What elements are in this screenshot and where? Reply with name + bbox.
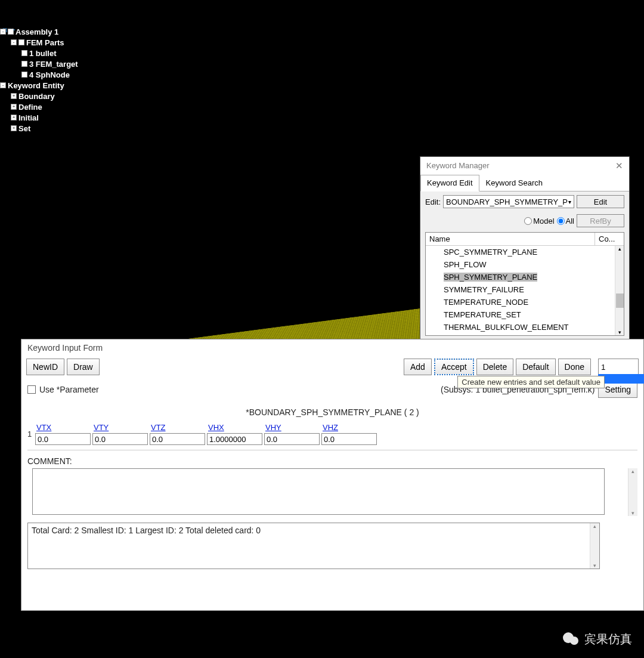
scroll-up-icon[interactable]: ▴ [590,523,599,529]
accept-button[interactable]: Accept [434,359,474,375]
edit-button[interactable]: Edit [577,195,624,208]
list-item[interactable]: TEMPERATURE_SET [426,308,624,321]
tree-node-boundary[interactable]: Boundary [18,92,55,101]
tree-expand-icon[interactable]: + [11,125,17,131]
tree-node-femtarget[interactable]: 3 FEM_target [29,60,78,69]
draw-button[interactable]: Draw [67,359,100,375]
use-parameter-checkbox[interactable] [27,385,36,394]
param-vty-input[interactable] [92,433,148,445]
close-icon[interactable]: ✕ [615,157,623,175]
tree-node-set[interactable]: Set [18,124,30,133]
tree-node-keywordentity[interactable]: Keyword Entity [8,81,64,90]
tree-checkbox[interactable] [21,72,27,78]
tree-node-assembly[interactable]: Assembly 1 [16,27,58,36]
refby-button[interactable]: RefBy [577,214,624,227]
tree-expand-icon[interactable]: + [11,104,17,110]
param-vhz-label[interactable]: VHZ [321,423,378,432]
col-name[interactable]: Name [426,233,595,245]
keyword-header: *BOUNDARY_SPH_SYMMETRY_PLANE ( 2 ) [21,401,643,421]
param-vtx-input[interactable] [35,433,91,445]
param-vhy-label[interactable]: VHY [264,423,321,432]
use-parameter-label: Use *Parameter [39,385,99,394]
divider [27,450,637,450]
stats-text: Total Card: 2 Smallest ID: 1 Largest ID:… [32,526,261,535]
param-vhx-input[interactable] [207,433,262,445]
newid-button[interactable]: NewID [26,359,64,375]
radio-model[interactable]: Model [524,217,554,225]
scroll-down-icon[interactable]: ▾ [590,563,599,569]
watermark-text: 宾果仿真 [584,631,632,647]
list-item-selected[interactable]: SPH_SYMMETRY_PLANE [426,271,624,283]
keyword-input-form: Keyword Input Form NewID Draw Add Accept… [21,339,644,611]
tree-collapse-icon[interactable]: - [11,39,17,45]
scroll-up-icon[interactable]: ▴ [615,246,624,252]
keyword-manager-dialog: Keyword Manager ✕ Keyword Edit Keyword S… [420,156,630,341]
tree-checkbox[interactable] [21,50,27,56]
tree-node-define[interactable]: Define [18,103,42,112]
stats-box: Total Card: 2 Smallest ID: 1 Largest ID:… [27,523,600,569]
tree-collapse-icon[interactable]: - [0,82,6,88]
tree-node-sphnode[interactable]: 4 SphNode [29,70,70,79]
comment-textarea[interactable] [32,468,605,515]
done-button[interactable]: Done [558,359,591,375]
chevron-down-icon: ▾ [568,199,571,205]
comment-label: COMMENT: [21,452,643,467]
delete-button[interactable]: Delete [476,359,513,375]
default-button[interactable]: Default [516,359,555,375]
tree-expand-icon[interactable]: + [11,93,17,99]
scrollbar[interactable]: ▴▾ [615,246,624,335]
scroll-down-icon[interactable]: ▾ [628,510,637,516]
scrollbar-thumb[interactable] [616,294,624,308]
tree-expand-icon[interactable]: + [11,115,17,121]
scrollbar[interactable]: ▴▾ [590,523,599,569]
tree-checkbox[interactable] [18,39,24,45]
param-vtx-label[interactable]: VTX [35,423,92,432]
col-count[interactable]: Co... [595,233,624,245]
edit-label: Edit: [425,197,441,206]
tab-keyword-search[interactable]: Keyword Search [479,175,549,191]
param-vhz-input[interactable] [321,433,377,445]
edit-dropdown[interactable]: BOUNDARY_SPH_SYMMETRY_P▾ [443,195,574,208]
form-title: Keyword Input Form [21,339,643,356]
scrollbar[interactable]: ▴▾ [628,468,637,516]
list-item[interactable]: SPC_SYMMETRY_PLANE [426,246,624,258]
scroll-up-icon[interactable]: ▴ [628,468,637,474]
tree-node-bullet[interactable]: 1 bullet [29,49,57,58]
tab-keyword-edit[interactable]: Keyword Edit [420,175,479,191]
keyword-list: Name Co... SPC_SYMMETRY_PLANE SPH_FLOW S… [425,232,624,336]
param-vty-label[interactable]: VTY [92,423,149,432]
id-selection[interactable] [598,374,644,384]
tree-node-femparts[interactable]: FEM Parts [26,38,64,47]
wechat-icon [563,631,580,647]
watermark: 宾果仿真 [563,631,632,647]
scroll-down-icon[interactable]: ▾ [615,329,624,335]
tooltip: Create new entries and set default value [457,376,605,388]
tree-node-initial[interactable]: Initial [18,113,39,122]
param-vhx-label[interactable]: VHX [207,423,264,432]
list-item[interactable]: TEMPERATURE_NODE [426,296,624,308]
id-field[interactable] [598,359,639,375]
param-vhy-input[interactable] [264,433,320,445]
add-button[interactable]: Add [404,359,432,375]
param-vtz-input[interactable] [150,433,205,445]
tree-checkbox[interactable] [8,29,14,35]
radio-all[interactable]: All [557,217,574,225]
list-item[interactable]: SPH_FLOW [426,258,624,271]
tree-collapse-icon[interactable]: - [0,29,6,35]
row-number: 1 [27,430,35,438]
tree-checkbox[interactable] [21,61,27,67]
list-item[interactable]: SYMMETRY_FAILURE [426,283,624,296]
model-tree: -Assembly 1 -FEM Parts 1 bullet 3 FEM_ta… [0,26,78,134]
dialog-title: Keyword Manager [426,157,490,175]
list-item[interactable]: THERMAL_BULKFLOW_ELEMENT [426,321,624,333]
param-vtz-label[interactable]: VTZ [150,423,206,432]
